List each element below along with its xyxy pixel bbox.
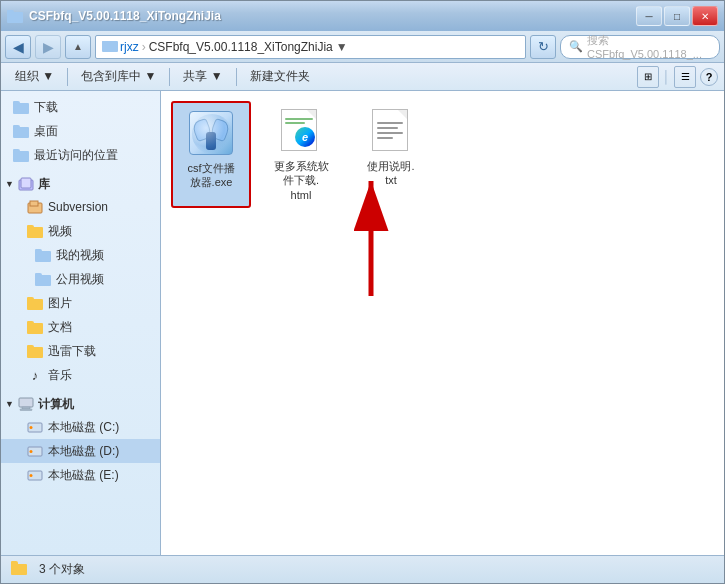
computer-icon — [18, 396, 34, 412]
close-button[interactable]: ✕ — [692, 6, 718, 26]
window-title: CSFbfq_V5.00.1118_XiTongZhiJia — [29, 9, 221, 23]
file-item-html[interactable]: e 更多系统软件下载.html — [261, 101, 341, 208]
breadcrumb-dropdown[interactable]: ▼ — [336, 40, 348, 54]
sidebar-label-downloads: 下载 — [34, 99, 58, 116]
toolbar-sep-3 — [236, 68, 237, 86]
toolbar-sep-1 — [67, 68, 68, 86]
view-icons-icon: ⊞ — [644, 71, 652, 82]
sidebar-label-documents: 文档 — [48, 319, 72, 336]
pictures-icon — [27, 295, 43, 311]
up-button[interactable]: ▲ — [65, 35, 91, 59]
sidebar-label-drive-e: 本地磁盘 (E:) — [48, 467, 119, 484]
sidebar-label-drive-d: 本地磁盘 (D:) — [48, 443, 119, 460]
up-icon: ▲ — [73, 41, 83, 52]
sidebar-item-drive-d[interactable]: 本地磁盘 (D:) — [1, 439, 160, 463]
drive-d-icon — [27, 443, 43, 459]
refresh-button[interactable]: ↻ — [530, 35, 556, 59]
sidebar-item-recent[interactable]: 最近访问的位置 — [1, 143, 160, 167]
file-area: csf文件播放器.exe e — [161, 91, 724, 555]
new-folder-button[interactable]: 新建文件夹 — [242, 66, 318, 88]
sidebar-item-subversion[interactable]: Subversion — [1, 195, 160, 219]
view-list-button[interactable]: ☰ — [674, 66, 696, 88]
title-buttons: ─ □ ✕ — [636, 6, 718, 26]
csf-exe-label: csf文件播放器.exe — [187, 161, 234, 190]
toolbar-sep-4: │ — [663, 70, 671, 84]
forward-button[interactable]: ▶ — [35, 35, 61, 59]
html-icon-container: e — [277, 107, 325, 155]
refresh-icon: ↻ — [538, 39, 549, 54]
maximize-button[interactable]: □ — [664, 6, 690, 26]
recent-icon — [13, 147, 29, 163]
svg-rect-4 — [19, 398, 33, 407]
txt-icon-container — [367, 107, 415, 155]
status-bar: 3 个对象 — [1, 555, 724, 583]
sidebar-label-pictures: 图片 — [48, 295, 72, 312]
share-button[interactable]: 共享 ▼ — [175, 66, 230, 88]
toolbar-sep-2 — [169, 68, 170, 86]
sidebar-item-pictures[interactable]: 图片 — [1, 291, 160, 315]
sidebar-label-xunlei: 迅雷下载 — [48, 343, 96, 360]
title-bar-left: CSFbfq_V5.00.1118_XiTongZhiJia — [7, 8, 221, 24]
file-item-csf-exe[interactable]: csf文件播放器.exe — [171, 101, 251, 208]
back-button[interactable]: ◀ — [5, 35, 31, 59]
search-placeholder: 搜索 CSFbfq_V5.00.1118_... — [587, 33, 711, 60]
libraries-icon — [18, 176, 34, 192]
sidebar-item-drive-e[interactable]: 本地磁盘 (E:) — [1, 463, 160, 487]
sidebar-item-pub-video[interactable]: 公用视频 — [1, 267, 160, 291]
sidebar-label-video: 视频 — [48, 223, 72, 240]
organize-button[interactable]: 组织 ▼ — [7, 66, 62, 88]
libraries-chevron: ▼ — [5, 179, 14, 189]
sidebar-label-desktop: 桌面 — [34, 123, 58, 140]
libraries-label: 库 — [38, 176, 50, 193]
sidebar-item-video[interactable]: 视频 — [1, 219, 160, 243]
file-item-txt[interactable]: 使用说明.txt — [351, 101, 431, 208]
status-folder-icon — [11, 561, 31, 579]
drive-c-icon — [27, 419, 43, 435]
svg-point-12 — [30, 474, 33, 477]
sidebar-label-pub-video: 公用视频 — [56, 271, 104, 288]
file-grid: csf文件播放器.exe e — [171, 101, 714, 208]
svg-point-10 — [30, 450, 33, 453]
sidebar-computer-header[interactable]: ▼ 计算机 — [1, 393, 160, 415]
my-video-icon — [35, 247, 51, 263]
explorer-window: CSFbfq_V5.00.1118_XiTongZhiJia ─ □ ✕ ◀ ▶… — [0, 0, 725, 584]
downloads-icon — [13, 99, 29, 115]
computer-chevron: ▼ — [5, 399, 14, 409]
forward-icon: ▶ — [43, 39, 54, 55]
window-icon — [7, 8, 23, 24]
sidebar-item-drive-c[interactable]: 本地磁盘 (C:) — [1, 415, 160, 439]
svg-rect-1 — [21, 178, 31, 188]
toolbar-right: ⊞ │ ☰ ? — [637, 66, 719, 88]
computer-label: 计算机 — [38, 396, 74, 413]
sidebar: 下载 桌面 最近访问的位置 ▼ 库 — [1, 91, 161, 555]
view-list-icon: ☰ — [681, 71, 690, 82]
music-icon: ♪ — [27, 367, 43, 383]
sidebar-item-my-video[interactable]: 我的视频 — [1, 243, 160, 267]
sidebar-item-documents[interactable]: 文档 — [1, 315, 160, 339]
sidebar-item-music[interactable]: ♪ 音乐 — [1, 363, 160, 387]
desktop-icon — [13, 123, 29, 139]
view-icons-button[interactable]: ⊞ — [637, 66, 659, 88]
add-to-lib-button[interactable]: 包含到库中 ▼ — [73, 66, 164, 88]
sidebar-item-desktop[interactable]: 桌面 — [1, 119, 160, 143]
svg-rect-6 — [20, 409, 32, 411]
breadcrumb-rjxz[interactable]: rjxz — [120, 40, 139, 54]
breadcrumb-sep: › — [142, 40, 146, 54]
breadcrumb-current: CSFbfq_V5.00.1118_XiTongZhiJia — [149, 40, 333, 54]
address-field[interactable]: rjxz › CSFbfq_V5.00.1118_XiTongZhiJia ▼ — [95, 35, 526, 59]
sidebar-label-subversion: Subversion — [48, 200, 108, 214]
search-bar[interactable]: 🔍 搜索 CSFbfq_V5.00.1118_... — [560, 35, 720, 59]
txt-label: 使用说明.txt — [367, 159, 414, 188]
sidebar-item-downloads[interactable]: 下载 — [1, 95, 160, 119]
help-button[interactable]: ? — [700, 68, 718, 86]
svg-rect-3 — [30, 201, 38, 206]
sidebar-libraries-header[interactable]: ▼ 库 — [1, 173, 160, 195]
subversion-icon — [27, 199, 43, 215]
documents-icon — [27, 319, 43, 335]
minimize-button[interactable]: ─ — [636, 6, 662, 26]
sidebar-item-xunlei[interactable]: 迅雷下载 — [1, 339, 160, 363]
search-icon: 🔍 — [569, 40, 583, 53]
sidebar-label-drive-c: 本地磁盘 (C:) — [48, 419, 119, 436]
address-bar: ◀ ▶ ▲ rjxz › CSFbfq_V5.00.1118_XiTongZhi… — [1, 31, 724, 63]
video-icon — [27, 223, 43, 239]
